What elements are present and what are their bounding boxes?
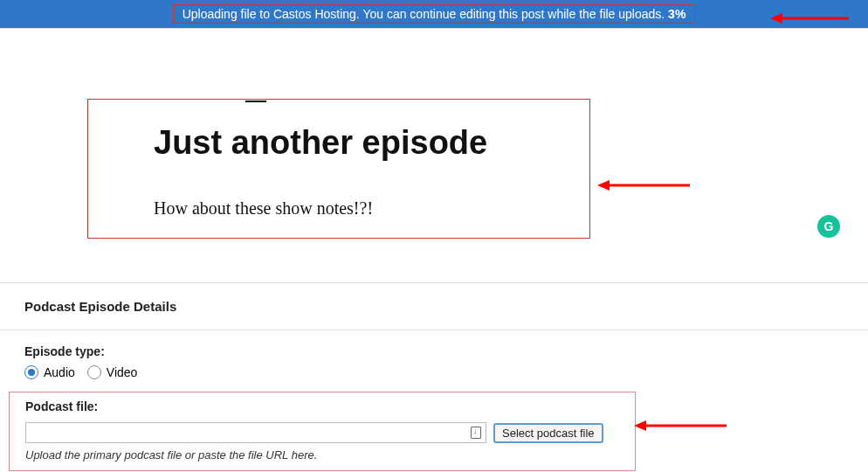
select-podcast-file-button[interactable]: Select podcast file — [493, 423, 603, 443]
meta-section-title: Podcast Episode Details — [24, 299, 844, 314]
autofill-icon — [471, 427, 481, 439]
radio-audio[interactable]: Audio — [24, 365, 75, 379]
upload-percent: 3% — [668, 7, 685, 21]
episode-type-radios: Audio Video — [24, 365, 844, 379]
post-body[interactable]: How about these show notes!?! — [154, 198, 563, 219]
editor-area: Just another episode How about these sho… — [0, 29, 868, 239]
grammarly-icon[interactable]: G — [817, 215, 840, 238]
podcast-file-annotation-box: Podcast file: Select podcast file Upload… — [9, 392, 636, 471]
radio-icon — [24, 365, 38, 379]
podcast-file-input-wrap — [25, 422, 486, 443]
episode-type-label: Episode type: — [24, 344, 844, 358]
upload-progress-banner: Uploading file to Castos Hosting. You ca… — [0, 0, 868, 28]
title-divider-mark — [245, 101, 266, 102]
post-title[interactable]: Just another episode — [154, 124, 563, 162]
editor-annotation-box: Just another episode How about these sho… — [87, 99, 590, 239]
annotation-arrow-banner — [770, 12, 849, 24]
radio-audio-label: Audio — [44, 365, 75, 379]
podcast-file-row: Select podcast file — [25, 422, 619, 443]
svg-marker-5 — [634, 420, 646, 431]
divider — [0, 330, 868, 330]
podcast-meta-section: Podcast Episode Details Episode type: Au… — [0, 282, 868, 471]
podcast-file-label: Podcast file: — [25, 399, 619, 413]
annotation-arrow-file — [634, 420, 727, 432]
svg-marker-3 — [597, 180, 610, 191]
upload-message: Uploading file to Castos Hosting. You ca… — [183, 7, 665, 21]
episode-type-group: Episode type: Audio Video — [24, 344, 844, 379]
podcast-file-hint: Upload the primary podcast file or paste… — [25, 448, 619, 462]
annotation-arrow-editor — [597, 179, 690, 191]
radio-video[interactable]: Video — [87, 365, 138, 379]
svg-marker-1 — [770, 13, 782, 24]
upload-progress-text: Uploading file to Castos Hosting. You ca… — [173, 4, 696, 24]
radio-icon — [87, 365, 101, 379]
podcast-file-input[interactable] — [25, 422, 486, 443]
radio-video-label: Video — [107, 365, 138, 379]
